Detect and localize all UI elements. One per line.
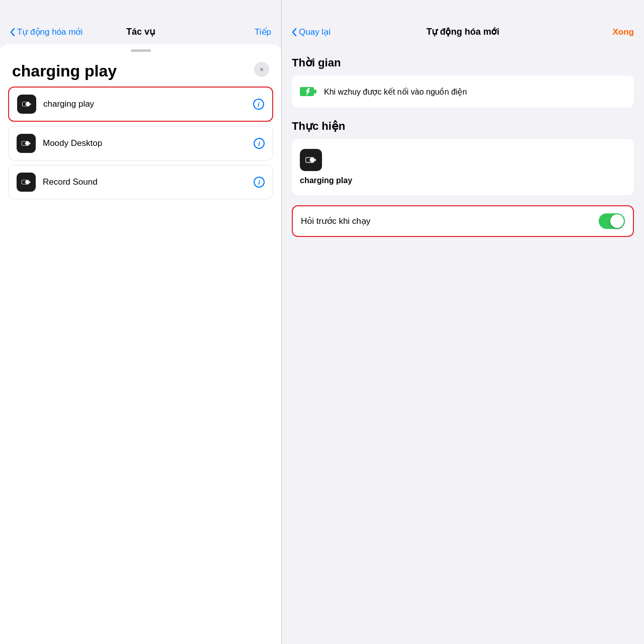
- shortcut-item-moody-desktop[interactable]: Moody Desktop i: [8, 126, 273, 160]
- shortcut-name-charging-play: charging play: [43, 99, 94, 109]
- right-nav-title: Tự động hóa mới: [427, 26, 500, 37]
- svg-rect-1: [30, 103, 31, 105]
- search-title: charging play: [12, 62, 117, 80]
- battery-icon-record: [21, 177, 32, 188]
- left-nav-title: Tác vụ: [126, 26, 155, 37]
- shortcut-list: charging play i: [0, 80, 281, 209]
- right-done-button[interactable]: Xong: [613, 27, 634, 37]
- shortcut-name-moody: Moody Desktop: [43, 138, 102, 148]
- action-icon: [300, 149, 322, 171]
- battery-icon-moody: [21, 138, 32, 149]
- left-nav-bar: Tự động hóa mới Tác vụ Tiếp: [0, 0, 281, 44]
- shortcut-item-record-sound[interactable]: Record Sound i: [8, 165, 273, 199]
- action-battery-icon: [304, 153, 317, 167]
- shortcut-icon-charging-play: [17, 95, 36, 114]
- left-panel: Tự động hóa mới Tác vụ Tiếp charging pla…: [0, 0, 282, 644]
- trigger-card: Khi wzhuy được kết nối vào nguồn điện: [292, 75, 634, 108]
- shortcut-icon-record: [17, 173, 36, 192]
- info-icon: i: [258, 101, 260, 108]
- charging-battery-svg: [300, 86, 318, 97]
- svg-rect-17: [314, 159, 316, 161]
- info-button-moody[interactable]: i: [254, 138, 265, 149]
- shortcut-sheet: charging play × charging p: [0, 44, 281, 644]
- info-button-record[interactable]: i: [254, 177, 265, 188]
- left-next-button[interactable]: Tiếp: [255, 27, 271, 37]
- battery-icon: [21, 99, 32, 110]
- svg-rect-5: [29, 142, 31, 144]
- shortcut-left: charging play: [17, 95, 94, 114]
- search-header: charging play ×: [0, 52, 281, 80]
- info-button-charging-play[interactable]: i: [253, 99, 264, 110]
- section-time-header: Thời gian: [292, 56, 634, 69]
- info-icon-moody: i: [258, 140, 260, 147]
- toggle-knob: [610, 214, 624, 228]
- shortcut-left-moody: Moody Desktop: [17, 134, 102, 153]
- section-action-header: Thực hiện: [292, 120, 634, 133]
- info-icon-record: i: [258, 179, 260, 186]
- ask-before-run-row[interactable]: Hỏi trước khi chạy: [292, 205, 634, 237]
- action-name: charging play: [300, 176, 352, 185]
- right-back-label: Quay lại: [299, 27, 331, 37]
- trigger-text: Khi wzhuy được kết nối vào nguồn điện: [324, 87, 467, 97]
- ask-before-run-label: Hỏi trước khi chạy: [301, 216, 370, 226]
- close-icon: ×: [260, 65, 264, 73]
- action-card: charging play: [292, 139, 634, 195]
- ask-before-run-toggle[interactable]: [599, 213, 625, 229]
- shortcut-left-record: Record Sound: [17, 173, 98, 192]
- right-back-button[interactable]: Quay lại: [292, 27, 331, 37]
- shortcut-name-record: Record Sound: [43, 177, 98, 187]
- chevron-left-icon: [10, 28, 15, 36]
- right-panel: Quay lại Tự động hóa mới Xong Thời gian …: [282, 0, 644, 644]
- battery-charging-icon: [300, 83, 318, 101]
- shortcut-icon-moody: [17, 134, 36, 153]
- right-content: Thời gian Khi wzhuy được kết nối vào ngu…: [282, 44, 644, 644]
- left-back-label: Tự động hóa mới: [17, 27, 83, 37]
- right-chevron-left-icon: [292, 28, 297, 36]
- svg-rect-9: [29, 181, 31, 183]
- right-nav-bar: Quay lại Tự động hóa mới Xong: [282, 0, 644, 44]
- svg-rect-13: [314, 90, 316, 94]
- close-button[interactable]: ×: [254, 62, 269, 77]
- shortcut-item-charging-play[interactable]: charging play i: [8, 87, 273, 122]
- left-back-button[interactable]: Tự động hóa mới: [10, 27, 83, 37]
